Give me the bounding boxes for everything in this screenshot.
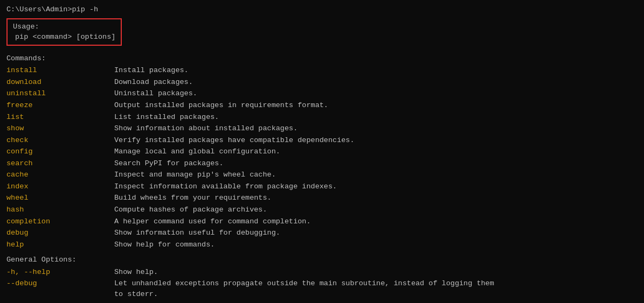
command-desc: Show information useful for debugging.: [114, 227, 638, 239]
commands-table: install Install packages. download Downl…: [6, 65, 638, 250]
command-desc: Show information about installed package…: [114, 123, 638, 135]
option-row: --isolated Run pip in an isolated mode, …: [6, 300, 638, 304]
command-row: help Show help for commands.: [6, 239, 638, 251]
command-row: completion A helper command used for com…: [6, 216, 638, 228]
command-name: download: [6, 76, 114, 88]
command-row: wheel Build wheels from your requirement…: [6, 192, 638, 204]
command-desc: Inspect information available from packa…: [114, 181, 638, 193]
usage-label: Usage:: [13, 22, 115, 32]
command-desc: Show help for commands.: [114, 239, 638, 251]
terminal-window: C:\Users\Admin>pip -h Usage: pip <comman…: [6, 4, 638, 303]
command-desc: Compute hashes of package archives.: [114, 204, 638, 216]
command-desc: Verify installed packages have compatibl…: [114, 135, 638, 146]
general-options-header: General Options:: [6, 255, 638, 265]
command-desc: Uninstall packages.: [114, 88, 638, 100]
command-name: search: [6, 158, 114, 170]
command-name: help: [6, 239, 114, 251]
command-name: hash: [6, 204, 114, 216]
commands-header: Commands:: [6, 53, 638, 64]
command-row: cache Inspect and manage pip's wheel cac…: [6, 169, 638, 181]
command-desc: Download packages.: [114, 76, 638, 88]
command-desc: Output installed packages in requirement…: [114, 100, 638, 111]
command-name: cache: [6, 169, 114, 181]
command-name: config: [6, 146, 114, 158]
command-name: check: [6, 135, 114, 146]
option-desc: Run pip in an isolated mode, ignoring en…: [114, 300, 638, 304]
command-row: freeze Output installed packages in requ…: [6, 100, 638, 111]
command-row: config Manage local and global configura…: [6, 146, 638, 158]
command-row: search Search PyPI for packages.: [6, 158, 638, 170]
command-row: index Inspect information available from…: [6, 181, 638, 193]
command-name: wheel: [6, 192, 114, 204]
option-row: -h, --help Show help.: [6, 266, 638, 278]
options-table: -h, --help Show help. --debug Let unhand…: [6, 266, 638, 303]
command-row: hash Compute hashes of package archives.: [6, 204, 638, 216]
command-desc: Inspect and manage pip's wheel cache.: [114, 169, 638, 181]
command-row: install Install packages.: [6, 65, 638, 76]
usage-box: Usage: pip <command> [options]: [6, 18, 122, 46]
command-desc: Search PyPI for packages.: [114, 158, 638, 170]
command-name: index: [6, 181, 114, 193]
option-name: --debug: [6, 278, 114, 300]
option-name: --isolated: [6, 300, 114, 304]
option-row: --debug Let unhandled exceptions propaga…: [6, 278, 638, 300]
command-row: check Verify installed packages have com…: [6, 135, 638, 146]
option-desc-continuation: to stderr.: [114, 290, 158, 298]
command-name: uninstall: [6, 88, 114, 100]
command-row: list List installed packages.: [6, 111, 638, 123]
option-desc: Show help.: [114, 266, 638, 278]
command-name: show: [6, 123, 114, 135]
option-name: -h, --help: [6, 266, 114, 278]
command-row: download Download packages.: [6, 76, 638, 88]
command-row: uninstall Uninstall packages.: [6, 88, 638, 100]
command-name: completion: [6, 216, 114, 228]
command-desc: A helper command used for command comple…: [114, 216, 638, 228]
prompt-line: C:\Users\Admin>pip -h: [6, 4, 638, 15]
command-name: list: [6, 111, 114, 123]
usage-command: pip <command> [options]: [13, 32, 115, 43]
command-row: show Show information about installed pa…: [6, 123, 638, 135]
command-name: install: [6, 65, 114, 76]
command-desc: List installed packages.: [114, 111, 638, 123]
command-desc: Build wheels from your requirements.: [114, 192, 638, 204]
command-desc: Manage local and global configuration.: [114, 146, 638, 158]
command-row: debug Show information useful for debugg…: [6, 227, 638, 239]
command-desc: Install packages.: [114, 65, 638, 76]
option-desc: Let unhandled exceptions propagate outsi…: [114, 278, 638, 300]
command-name: debug: [6, 227, 114, 239]
command-name: freeze: [6, 100, 114, 111]
